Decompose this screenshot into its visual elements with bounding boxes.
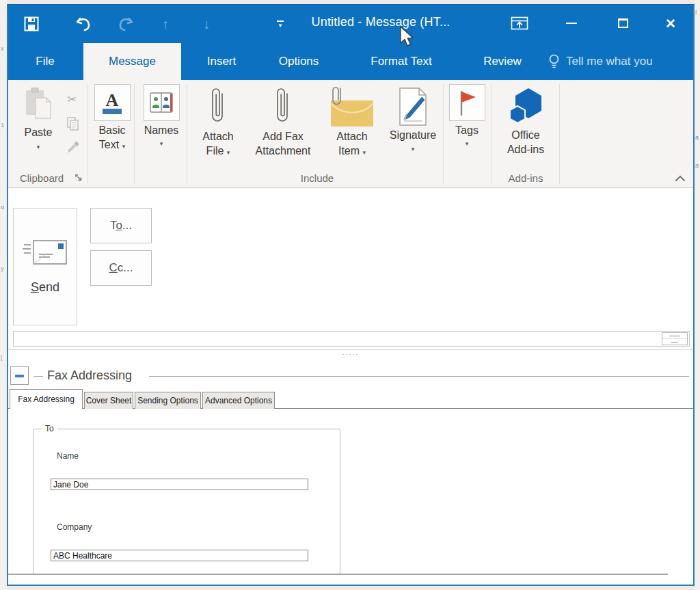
tab-review[interactable]: Review: [472, 43, 533, 80]
copy-button[interactable]: [64, 116, 82, 132]
add-fax-attachment-label-2: Attachment: [256, 145, 311, 157]
send-envelope-icon: [23, 239, 68, 265]
maximize-icon: [618, 18, 628, 28]
cut-button[interactable]: ✂: [63, 91, 81, 107]
chevron-up-icon: [675, 175, 686, 182]
collapse-fax-pane-button[interactable]: [10, 366, 29, 385]
header-rule: [149, 376, 689, 377]
tags-button[interactable]: Tags ▾: [447, 84, 487, 147]
chevron-down-icon: ▾: [37, 144, 40, 150]
copy-icon: [66, 116, 80, 131]
ribbon: Paste ▾ ✂ Clipboard A: [8, 80, 693, 188]
tell-me-box[interactable]: Tell me what you: [548, 43, 653, 80]
office-add-ins-label-1: Office: [511, 129, 540, 141]
address-book-icon: [144, 84, 180, 121]
attach-item-label-1: Attach: [336, 131, 367, 142]
names-label: Names: [144, 123, 179, 137]
to-groupbox-label: To: [42, 424, 57, 433]
signature-pen-icon: [394, 87, 431, 128]
attachment-bar[interactable]: [13, 331, 690, 347]
paperclip-icon: [274, 85, 292, 128]
undo-icon: [75, 16, 92, 31]
send-label: Send: [31, 280, 59, 295]
ribbon-tab-row: File Message Insert Options Format Text …: [8, 43, 693, 80]
fax-tab-cover-sheet[interactable]: Cover Sheet: [84, 392, 133, 409]
tags-label: Tags: [455, 123, 479, 137]
add-ins-group-label: Add-ins: [495, 170, 556, 185]
arrow-up-icon: ↑: [162, 17, 169, 31]
save-button[interactable]: [21, 13, 42, 35]
svg-text:A: A: [106, 90, 119, 110]
font-basic-text-icon: A: [94, 84, 131, 121]
chevron-down-icon: ▾: [412, 146, 415, 152]
collapse-ribbon-button[interactable]: [671, 170, 689, 187]
paste-icon: [23, 87, 53, 122]
background-window-fragment: o: [1, 204, 4, 211]
background-window-fragment: x: [1, 45, 4, 52]
group-divider: [134, 84, 135, 184]
attach-file-button[interactable]: Attach File ▾: [191, 84, 245, 158]
fax-tab-fax-addressing[interactable]: Fax Addressing: [10, 389, 83, 409]
chevron-down-icon: ▾: [160, 140, 163, 147]
company-input[interactable]: [51, 550, 308, 561]
flag-icon: [449, 84, 485, 121]
attachment-bar-expander[interactable]: [662, 332, 688, 345]
redo-button[interactable]: [115, 13, 137, 35]
group-divider: [559, 84, 560, 184]
attach-item-button[interactable]: Attach Item ▾: [321, 84, 383, 158]
mouse-cursor: [399, 26, 416, 48]
expander-row[interactable]: [662, 333, 687, 339]
dialog-launcher-icon: [75, 174, 83, 182]
ribbon-display-options-button[interactable]: [506, 12, 533, 35]
message-window: ↑ ↓ ▾ Untitled - Message (HT... ✕ F: [7, 4, 695, 586]
tab-options[interactable]: Options: [265, 43, 333, 80]
fax-tab-advanced-options[interactable]: Advanced Options: [202, 392, 275, 409]
paste-button[interactable]: Paste ▾: [18, 84, 59, 150]
tell-me-text: Tell me what you: [566, 55, 653, 68]
save-icon: [24, 16, 39, 31]
basic-text-label-2: Text: [99, 139, 119, 150]
undo-button[interactable]: [72, 13, 94, 35]
name-input[interactable]: [51, 479, 308, 490]
format-painter-button[interactable]: [64, 139, 82, 155]
pane-bottom-rule: [8, 574, 668, 575]
maximize-button[interactable]: [609, 12, 636, 35]
compose-header: Send To... Test Fax Recipient (Business …: [8, 188, 693, 349]
tab-format-text[interactable]: Format Text: [350, 43, 453, 80]
fax-tab-sending-options[interactable]: Sending Options: [135, 392, 201, 409]
group-divider: [187, 84, 187, 184]
tab-file[interactable]: File: [18, 43, 72, 80]
format-painter-icon: [66, 140, 80, 154]
tab-insert[interactable]: Insert: [190, 43, 253, 80]
background-window-right: f a 8: [695, 0, 700, 590]
basic-text-button[interactable]: A Basic Text ▾: [93, 84, 131, 152]
office-add-ins-button[interactable]: Office Add-ins: [495, 84, 556, 157]
paperclip-icon: [209, 85, 227, 128]
add-fax-attachment-button[interactable]: Add Fax Attachment: [241, 84, 325, 158]
tab-message[interactable]: Message: [83, 43, 181, 80]
name-label: Name: [57, 451, 79, 461]
splitter-handle[interactable]: ·····: [8, 351, 693, 359]
clipboard-dialog-launcher[interactable]: [72, 172, 85, 184]
expander-row[interactable]: [662, 339, 687, 345]
chevron-down-icon: ▾: [466, 140, 469, 147]
to-button[interactable]: To...: [90, 208, 152, 243]
titlebar: ↑ ↓ ▾ Untitled - Message (HT... ✕: [8, 5, 693, 43]
window-title: Untitled - Message (HT...: [268, 15, 494, 29]
previous-item-button[interactable]: ↑: [154, 13, 176, 35]
group-divider: [88, 84, 88, 184]
to-button-label: To...: [110, 219, 132, 232]
minus-icon: [15, 375, 24, 377]
chevron-down-icon: ▾: [227, 149, 230, 156]
paste-label: Paste: [25, 125, 53, 139]
group-divider: [491, 84, 492, 184]
close-button[interactable]: ✕: [657, 12, 684, 35]
minimize-button[interactable]: [558, 12, 585, 35]
signature-button[interactable]: Signature ▾: [383, 84, 443, 152]
send-button[interactable]: Send: [13, 208, 77, 325]
minimize-icon: [566, 23, 577, 24]
background-window-fragment: 8: [695, 163, 699, 170]
names-button[interactable]: Names ▾: [141, 84, 182, 147]
cc-button[interactable]: Cc...: [90, 250, 152, 286]
next-item-button[interactable]: ↓: [196, 13, 217, 35]
